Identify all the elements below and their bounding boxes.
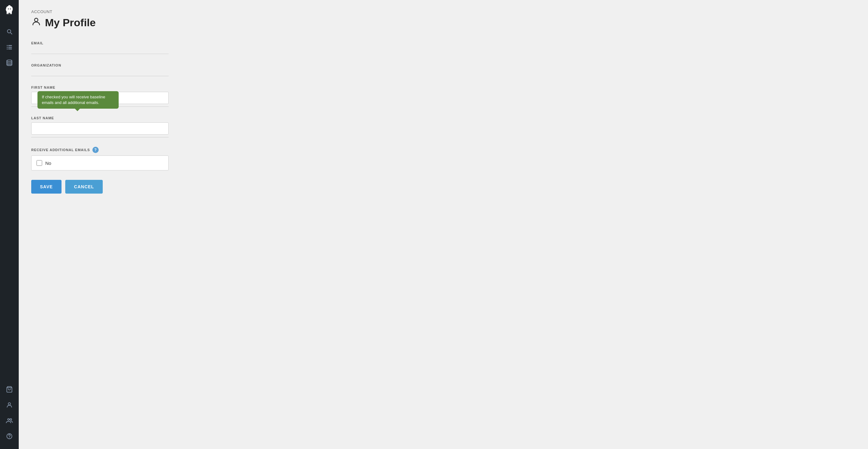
cart-icon [6, 386, 13, 393]
checkbox-label: No [45, 160, 51, 166]
logo-icon [4, 5, 14, 17]
last-name-field-container: LAST NAME If checked you will receive ba… [31, 116, 168, 138]
email-field-container: EMAIL [31, 41, 168, 54]
svg-rect-4 [7, 49, 8, 50]
profile-icon [31, 17, 41, 29]
cancel-button[interactable]: CANCEL [65, 180, 103, 193]
receive-emails-label-text: RECEIVE ADDITIONAL EMAILS [31, 148, 90, 152]
organization-field-container: ORGANIZATION [31, 63, 168, 76]
email-label: EMAIL [31, 41, 168, 45]
first-name-label: FIRST NAME [31, 86, 168, 89]
email-divider [31, 54, 168, 54]
profile-form: EMAIL ORGANIZATION FIRST NAME LAST NAME … [31, 41, 168, 193]
svg-point-12 [35, 18, 38, 22]
organization-label: ORGANIZATION [31, 63, 168, 67]
svg-point-6 [7, 60, 12, 62]
page-title: My Profile [45, 17, 96, 29]
sidebar-nav [3, 25, 16, 383]
group-icon [6, 417, 13, 424]
main-content: Account My Profile EMAIL ORGANIZATION FI… [19, 0, 868, 449]
sidebar-item-database[interactable] [3, 56, 16, 69]
checkbox-container[interactable]: No [31, 155, 168, 171]
last-name-label: LAST NAME [31, 116, 168, 120]
sidebar [0, 0, 19, 449]
svg-point-11 [9, 438, 10, 438]
svg-point-7 [8, 403, 10, 405]
app-logo [3, 3, 16, 19]
help-circle-icon [6, 433, 13, 440]
svg-point-9 [10, 419, 12, 421]
last-name-input[interactable] [31, 122, 168, 134]
svg-rect-5 [8, 49, 12, 49]
page-title-container: My Profile [31, 17, 856, 29]
sidebar-bottom [3, 383, 16, 446]
first-name-input[interactable] [31, 92, 168, 104]
svg-rect-1 [8, 45, 12, 46]
breadcrumb: Account [31, 9, 856, 14]
tooltip-wrapper: ? [92, 147, 99, 153]
svg-rect-0 [7, 45, 8, 46]
list-icon [6, 44, 13, 51]
save-button[interactable]: SAVE [31, 180, 62, 193]
sidebar-item-help[interactable] [3, 430, 16, 443]
sidebar-item-user[interactable] [3, 398, 16, 412]
organization-value [31, 70, 168, 73]
last-name-divider [31, 137, 168, 138]
sidebar-item-search[interactable] [3, 25, 16, 38]
email-value [31, 48, 168, 51]
receive-emails-field-container: RECEIVE ADDITIONAL EMAILS ? No [31, 147, 168, 171]
receive-emails-checkbox[interactable] [36, 160, 42, 166]
sidebar-item-list[interactable] [3, 40, 16, 54]
organization-divider [31, 76, 168, 76]
user-icon [6, 401, 13, 409]
help-icon[interactable]: ? [92, 147, 99, 153]
receive-emails-label-container: RECEIVE ADDITIONAL EMAILS ? [31, 147, 168, 153]
database-icon [6, 59, 13, 66]
sidebar-item-group[interactable] [3, 414, 16, 427]
svg-rect-3 [8, 47, 12, 48]
search-icon [6, 28, 13, 35]
svg-point-8 [8, 419, 10, 421]
svg-rect-2 [7, 47, 8, 48]
button-row: SAVE CANCEL [31, 180, 168, 193]
sidebar-item-cart[interactable] [3, 383, 16, 396]
first-name-divider [31, 107, 168, 107]
first-name-field-container: FIRST NAME [31, 86, 168, 107]
